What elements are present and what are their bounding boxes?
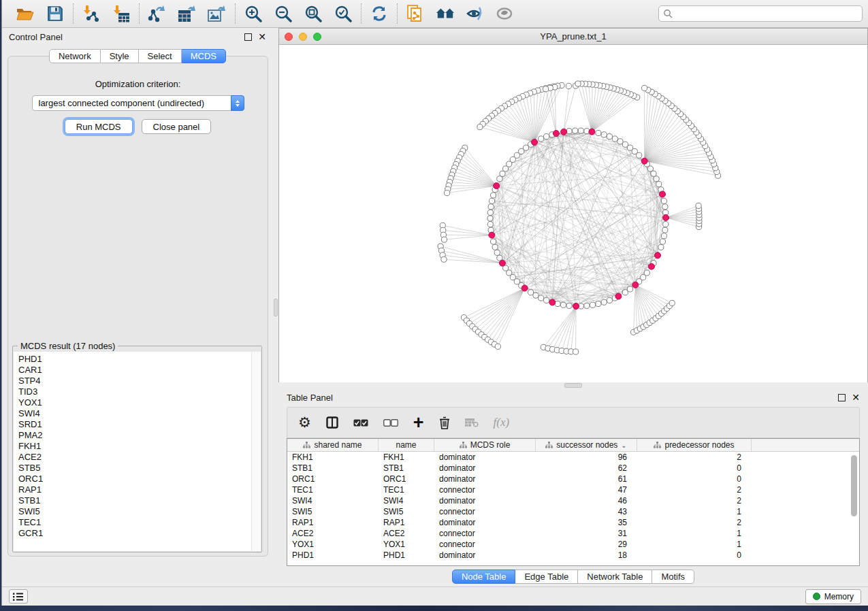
mcds-result-item[interactable]: PMA2 (18, 430, 261, 441)
mcds-result-item[interactable]: SRD1 (18, 419, 261, 430)
table-row[interactable]: SWI4SWI4dominator462 (287, 495, 859, 506)
network-window-title: YPA_prune.txt_1 (279, 31, 867, 42)
column-header-shared-name[interactable]: shared name (287, 439, 379, 451)
column-header-name[interactable]: name (379, 439, 434, 451)
divider-handle[interactable] (564, 383, 582, 388)
mcds-result-item[interactable]: PHD1 (18, 354, 261, 365)
function-builder-icon[interactable]: f(x) (494, 416, 510, 429)
mcds-result-item[interactable]: ACE2 (18, 452, 261, 463)
table-row[interactable]: FKH1FKH1dominator962 (287, 452, 859, 463)
table-row[interactable]: SWI5SWI5connector431 (287, 506, 859, 517)
mcds-result-item[interactable]: ORC1 (18, 474, 261, 484)
save-session-icon[interactable] (46, 4, 65, 23)
tab-mcds[interactable]: MCDS (182, 49, 226, 63)
column-header-MCDS-role[interactable]: MCDS role (434, 439, 536, 451)
optimization-criterion-dropdown[interactable]: largest connected component (undirected) (32, 95, 244, 111)
task-history-button[interactable] (9, 589, 28, 604)
zoom-selected-icon[interactable] (334, 4, 353, 23)
tab-node-table[interactable]: Node Table (452, 569, 516, 584)
table-cell: RAP1 (379, 517, 434, 528)
table-scrollbar[interactable] (851, 455, 857, 516)
column-panel-icon[interactable] (326, 416, 338, 429)
tab-edge-table[interactable]: Edge Table (515, 569, 578, 584)
horizontal-split-divider[interactable] (278, 382, 868, 389)
network-graph[interactable] (279, 45, 867, 376)
memory-button[interactable]: Memory (805, 589, 861, 604)
float-panel-icon[interactable] (244, 33, 252, 41)
table-cell: 0 (637, 463, 752, 474)
close-panel-icon[interactable]: ✕ (258, 33, 266, 41)
control-panel-tabs: NetworkStyleSelectMCDS (2, 49, 273, 63)
close-panel-icon[interactable]: ✕ (852, 394, 860, 401)
divider-handle[interactable] (274, 299, 278, 316)
close-panel-button[interactable]: Close panel (142, 119, 212, 134)
vertical-split-divider[interactable] (273, 28, 278, 587)
mcds-result-item[interactable]: TEC1 (18, 517, 261, 528)
mcds-result-item[interactable]: TID3 (18, 386, 261, 397)
table-row[interactable]: YOX1YOX1connector291 (287, 539, 859, 550)
mcds-result-item[interactable]: YOX1 (18, 397, 261, 408)
select-all-icon[interactable] (353, 419, 368, 427)
memory-status-icon (813, 593, 820, 600)
float-panel-icon[interactable] (838, 394, 846, 401)
import-table-icon[interactable] (112, 4, 131, 23)
network-window-titlebar[interactable]: YPA_prune.txt_1 (279, 29, 867, 45)
delete-column-icon[interactable] (439, 416, 450, 429)
column-header-predecessor-nodes[interactable]: predecessor nodes (637, 439, 752, 451)
table-row[interactable]: ACE2ACE2connector311 (287, 528, 859, 539)
new-network-from-selection-icon[interactable] (406, 4, 425, 23)
table-row[interactable]: ORC1ORC1dominator610 (287, 474, 859, 484)
mcds-result-list[interactable]: PHD1CAR1STP4TID3YOX1SWI4SRD1PMA2FKH1ACE2… (14, 352, 261, 551)
network-canvas[interactable] (279, 45, 867, 382)
export-network-icon[interactable] (148, 4, 167, 23)
export-table-icon[interactable] (178, 4, 197, 23)
mcds-result-item[interactable]: STP4 (18, 376, 261, 386)
tab-style[interactable]: Style (101, 49, 139, 63)
run-mcds-button[interactable]: Run MCDS (65, 119, 133, 134)
zoom-fit-icon[interactable] (304, 4, 323, 23)
table-panel: Table Panel ✕ ⚙ (278, 389, 868, 587)
table-row[interactable]: TEC1TEC1connector472 (287, 484, 859, 495)
export-image-icon[interactable] (208, 4, 227, 23)
table-cell: dominator (434, 550, 536, 561)
mcds-result-item[interactable]: GCR1 (18, 528, 261, 539)
deselect-all-icon[interactable] (383, 419, 398, 427)
show-all-icon[interactable] (496, 4, 515, 23)
import-network-icon[interactable] (82, 4, 101, 23)
add-column-icon[interactable]: + (413, 416, 424, 429)
mcds-result-group: MCDS result (17 nodes) PHD1CAR1STP4TID3Y… (12, 346, 262, 552)
table-cell: YOX1 (287, 539, 379, 550)
mcds-result-item[interactable]: STB5 (18, 463, 261, 474)
table-row[interactable]: PHD1PHD1dominator180 (287, 550, 859, 561)
tab-select[interactable]: Select (139, 49, 182, 63)
mcds-result-item[interactable]: CAR1 (18, 365, 261, 376)
zoom-in-icon[interactable] (244, 4, 263, 23)
table-cell: 1 (637, 528, 752, 539)
table-row[interactable]: RAP1RAP1dominator352 (287, 517, 859, 528)
mcds-result-item[interactable]: SWI4 (18, 408, 261, 419)
table-cell: 46 (536, 495, 637, 506)
mcds-result-item[interactable]: RAP1 (18, 484, 261, 495)
refresh-layout-icon[interactable] (370, 4, 389, 23)
tab-network-table[interactable]: Network Table (578, 569, 652, 584)
table-row[interactable]: STB1STB1dominator620 (287, 463, 859, 474)
delete-table-icon[interactable] (465, 418, 479, 427)
home-icon[interactable] (436, 4, 455, 23)
settings-gear-icon[interactable]: ⚙ (298, 416, 311, 429)
table-cell: 29 (536, 539, 637, 550)
table-cell: ACE2 (379, 528, 434, 539)
hide-selected-icon[interactable] (466, 4, 485, 23)
tab-network[interactable]: Network (49, 49, 101, 63)
mcds-list-scrollbar[interactable] (251, 352, 261, 551)
mcds-result-item[interactable]: FKH1 (18, 441, 261, 452)
table-cell: 43 (536, 506, 637, 517)
table-cell: 61 (536, 474, 637, 484)
mcds-result-item[interactable]: STB1 (18, 495, 261, 506)
open-file-icon[interactable] (16, 4, 35, 23)
search-input[interactable] (675, 9, 858, 18)
tab-motifs[interactable]: Motifs (652, 569, 694, 584)
column-header-successor-nodes[interactable]: successor nodes⌄ (536, 439, 637, 451)
table-cell: 96 (536, 452, 637, 463)
mcds-result-item[interactable]: SWI5 (18, 506, 261, 517)
zoom-out-icon[interactable] (274, 4, 293, 23)
